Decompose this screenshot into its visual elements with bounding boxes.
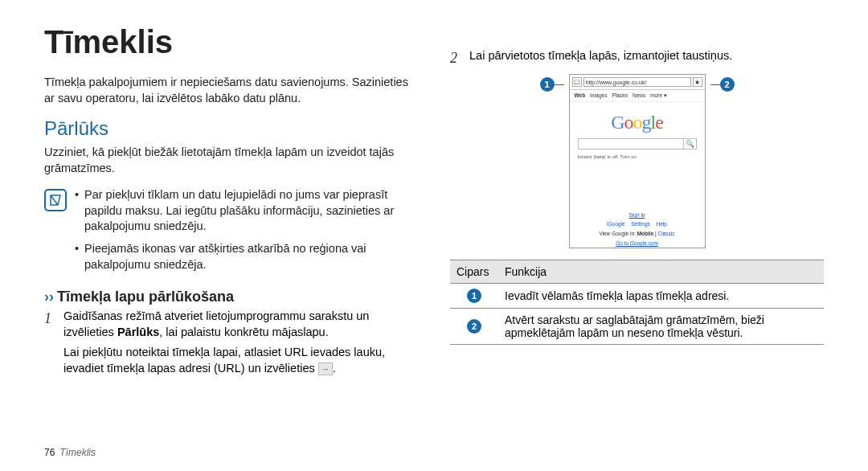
note-item: Par piekļuvi tīklam un datu lejupielādi … <box>75 187 418 235</box>
igoogle-link[interactable]: iGoogle <box>607 221 624 227</box>
section-heading: Pārlūks <box>44 117 418 140</box>
table-row: 1 Ievadīt vēlamās tīmekļa lapas tīmekļa … <box>450 284 824 309</box>
callout-number: 1 <box>467 289 481 303</box>
step-text: Gaidīšanas režīmā atveriet lietojumprogr… <box>63 309 418 376</box>
callout-number: 2 <box>720 77 735 92</box>
chevron-icon: ›› <box>44 289 54 305</box>
windows-icon[interactable]: ☐ <box>572 77 582 87</box>
function-table: Cipars Funkcija 1 Ievadīt vēlamās tīmekļ… <box>450 260 824 345</box>
step-text: Lai pārvietotos tīmekļa lapās, izmantoji… <box>469 48 732 64</box>
settings-link[interactable]: Settings <box>631 221 650 227</box>
page-title: Tīmeklis <box>44 24 418 60</box>
table-cell: Atvērt sarakstu ar saglabātajām grāmatzī… <box>498 309 824 345</box>
browser-screenshot: 1 ☐ http://www.google.co.uk/ ★ Web Image… <box>450 74 824 248</box>
view-mode: View Google in: Mobile | Classic <box>570 228 705 239</box>
google-logo: Google <box>570 102 705 138</box>
page-footer: 76Tīmeklis <box>44 447 96 458</box>
bookmark-icon[interactable]: ★ <box>693 77 702 87</box>
step-number: 1 <box>44 309 57 328</box>
section-text: Uzziniet, kā piekļūt biežāk lietotajām t… <box>44 145 418 176</box>
subsection-heading: ››Tīmekļa lapu pārlūkošana <box>44 289 418 305</box>
table-header: Cipars <box>450 260 498 284</box>
table-row: 2 Atvērt sarakstu ar saglabātajām grāmat… <box>450 309 824 345</box>
search-icon[interactable]: 🔍 <box>683 139 696 149</box>
signin-link[interactable]: Sign in <box>629 212 645 218</box>
goto-link[interactable]: Go to Google.com <box>616 240 658 246</box>
browser-tabs[interactable]: Web Images Places News more ▾ <box>570 90 705 102</box>
url-input[interactable]: http://www.google.co.uk/ <box>583 77 691 87</box>
go-icon: → <box>318 362 333 375</box>
instant-text: Instant (beta) is off: Turn on <box>570 154 705 162</box>
callout-number: 1 <box>540 77 555 92</box>
note-item: Pieejamās ikonas var atšķirties atkarībā… <box>75 241 418 272</box>
intro-text: Tīmekļa pakalpojumiem ir nepieciešams da… <box>44 75 418 106</box>
search-input[interactable]: 🔍 <box>578 138 697 149</box>
note-icon <box>44 189 67 211</box>
step-number: 2 <box>450 48 463 68</box>
help-link[interactable]: Help <box>657 221 667 227</box>
callout-number: 2 <box>467 319 481 334</box>
table-header: Funkcija <box>498 260 824 284</box>
table-cell: Ievadīt vēlamās tīmekļa lapas tīmekļa ad… <box>498 284 824 309</box>
